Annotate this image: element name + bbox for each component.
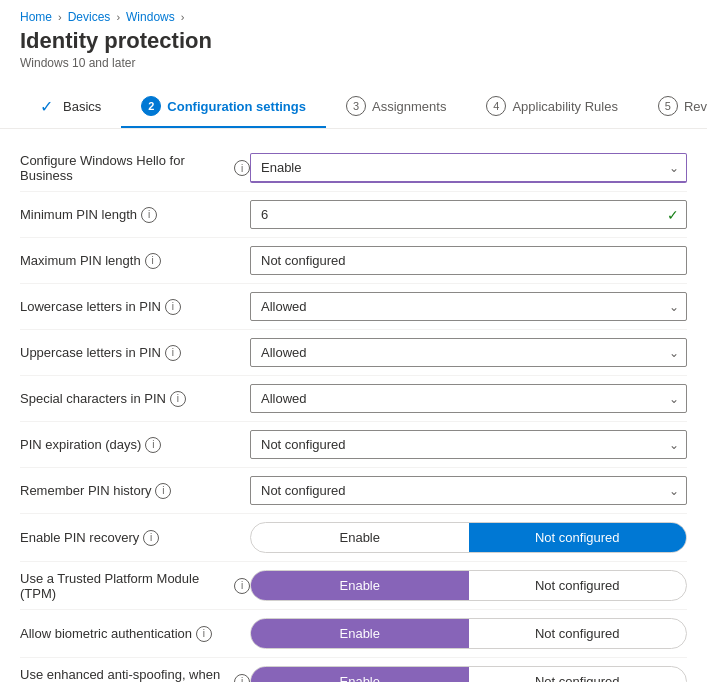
field-pin-expiration: PIN expiration (days) i Not configured ⌄ [20,422,687,468]
max-pin-input[interactable] [250,246,687,275]
breadcrumb-sep-2: › [116,11,120,23]
tab-applicability-label: Applicability Rules [512,99,618,114]
tpm-toggle: Enable Not configured [250,570,687,601]
remember-history-control: Not configured ⌄ [250,476,687,505]
field-lowercase: Lowercase letters in PIN i Allowed Requi… [20,284,687,330]
tab-basics[interactable]: ✓ Basics [20,87,121,128]
breadcrumb-home[interactable]: Home [20,10,52,24]
pin-recovery-label: Enable PIN recovery i [20,530,250,546]
pin-expiration-dropdown: Not configured ⌄ [250,430,687,459]
uppercase-control: Allowed Required Not allowed Not configu… [250,338,687,367]
pin-recovery-enable-btn[interactable]: Enable [251,523,469,552]
tab-assignments[interactable]: 3 Assignments [326,86,466,128]
biometric-label: Allow biometric authentication i [20,626,250,642]
biometric-notconfigured-btn[interactable]: Not configured [469,619,687,648]
tab-basics-label: Basics [63,99,101,114]
pin-recovery-info-icon[interactable]: i [143,530,159,546]
tab-assignments-label: Assignments [372,99,446,114]
breadcrumb-sep-3: › [181,11,185,23]
min-pin-control: ✓ [250,200,687,229]
lowercase-control: Allowed Required Not allowed Not configu… [250,292,687,321]
remember-history-label: Remember PIN history i [20,483,250,499]
field-remember-history: Remember PIN history i Not configured ⌄ [20,468,687,514]
pin-recovery-toggle: Enable Not configured [250,522,687,553]
pin-expiration-label: PIN expiration (days) i [20,437,250,453]
field-tpm: Use a Trusted Platform Module (TPM) i En… [20,562,687,610]
content-area: Configure Windows Hello for Business i E… [0,129,707,682]
field-configure-hello: Configure Windows Hello for Business i E… [20,145,687,192]
lowercase-select[interactable]: Allowed Required Not allowed Not configu… [250,292,687,321]
basics-check-icon: ✓ [40,97,53,116]
tpm-info-icon[interactable]: i [234,578,250,594]
special-chars-control: Allowed Required Not allowed Not configu… [250,384,687,413]
tab-applicability-circle: 4 [486,96,506,116]
remember-history-info-icon[interactable]: i [155,483,171,499]
page-title: Identity protection [20,28,687,54]
field-biometric: Allow biometric authentication i Enable … [20,610,687,658]
special-chars-select[interactable]: Allowed Required Not allowed Not configu… [250,384,687,413]
field-special-chars: Special characters in PIN i Allowed Requ… [20,376,687,422]
page-header: Identity protection Windows 10 and later [0,28,707,86]
min-pin-check-icon: ✓ [667,207,679,223]
tpm-label: Use a Trusted Platform Module (TPM) i [20,571,250,601]
lowercase-info-icon[interactable]: i [165,299,181,315]
special-chars-info-icon[interactable]: i [170,391,186,407]
tab-assignments-circle: 3 [346,96,366,116]
field-pin-recovery: Enable PIN recovery i Enable Not configu… [20,514,687,562]
special-chars-label: Special characters in PIN i [20,391,250,407]
min-pin-wrap: ✓ [250,200,687,229]
page-subtitle: Windows 10 and later [20,56,687,70]
anti-spoofing-control: Enable Not configured [250,666,687,682]
tab-applicability[interactable]: 4 Applicability Rules [466,86,638,128]
biometric-info-icon[interactable]: i [196,626,212,642]
min-pin-label: Minimum PIN length i [20,207,250,223]
breadcrumb: Home › Devices › Windows › [0,0,707,28]
anti-spoofing-toggle: Enable Not configured [250,666,687,682]
breadcrumb-devices[interactable]: Devices [68,10,111,24]
configure-hello-info-icon[interactable]: i [234,160,250,176]
tab-review[interactable]: 5 Review + create [638,86,707,128]
pin-recovery-notconfigured-btn[interactable]: Not configured [469,523,687,552]
pin-expiration-select[interactable]: Not configured [250,430,687,459]
tpm-enable-btn[interactable]: Enable [251,571,469,600]
anti-spoofing-notconfigured-btn[interactable]: Not configured [469,667,687,682]
pin-recovery-control: Enable Not configured [250,522,687,553]
uppercase-info-icon[interactable]: i [165,345,181,361]
configure-hello-dropdown: Enable Disable Not configured ⌄ [250,153,687,183]
lowercase-dropdown: Allowed Required Not allowed Not configu… [250,292,687,321]
anti-spoofing-enable-btn[interactable]: Enable [251,667,469,682]
tab-review-circle: 5 [658,96,678,116]
configure-hello-label: Configure Windows Hello for Business i [20,153,250,183]
remember-history-dropdown: Not configured ⌄ [250,476,687,505]
tpm-control: Enable Not configured [250,570,687,601]
field-anti-spoofing: Use enhanced anti-spoofing, when availab… [20,658,687,682]
wizard-tabs: ✓ Basics 2 Configuration settings 3 Assi… [0,86,707,129]
configure-hello-control: Enable Disable Not configured ⌄ [250,153,687,183]
anti-spoofing-info-icon[interactable]: i [234,674,250,683]
breadcrumb-sep-1: › [58,11,62,23]
min-pin-info-icon[interactable]: i [141,207,157,223]
uppercase-label: Uppercase letters in PIN i [20,345,250,361]
configure-hello-select[interactable]: Enable Disable Not configured [250,153,687,183]
pin-expiration-control: Not configured ⌄ [250,430,687,459]
special-chars-dropdown: Allowed Required Not allowed Not configu… [250,384,687,413]
max-pin-label: Maximum PIN length i [20,253,250,269]
biometric-enable-btn[interactable]: Enable [251,619,469,648]
max-pin-control [250,246,687,275]
tpm-notconfigured-btn[interactable]: Not configured [469,571,687,600]
tab-configuration-circle: 2 [141,96,161,116]
biometric-control: Enable Not configured [250,618,687,649]
biometric-toggle: Enable Not configured [250,618,687,649]
field-uppercase: Uppercase letters in PIN i Allowed Requi… [20,330,687,376]
anti-spoofing-label: Use enhanced anti-spoofing, when availab… [20,667,250,683]
field-max-pin: Maximum PIN length i [20,238,687,284]
tab-configuration[interactable]: 2 Configuration settings [121,86,326,128]
uppercase-dropdown: Allowed Required Not allowed Not configu… [250,338,687,367]
tab-review-label: Review + create [684,99,707,114]
min-pin-input[interactable] [250,200,687,229]
remember-history-select[interactable]: Not configured [250,476,687,505]
uppercase-select[interactable]: Allowed Required Not allowed Not configu… [250,338,687,367]
pin-expiration-info-icon[interactable]: i [145,437,161,453]
breadcrumb-windows[interactable]: Windows [126,10,175,24]
max-pin-info-icon[interactable]: i [145,253,161,269]
